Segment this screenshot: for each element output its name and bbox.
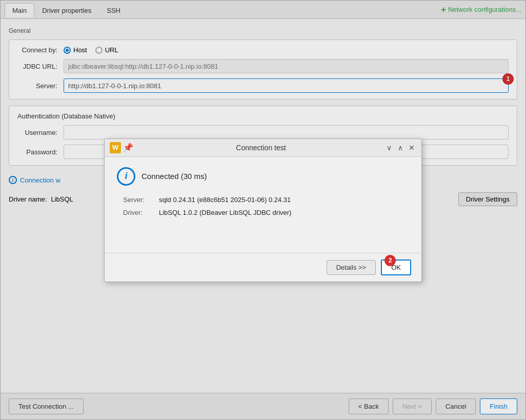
main-window: Main Driver properties SSH + Network con… <box>0 0 526 420</box>
modal-footer: Details >> OK 2 <box>105 253 421 282</box>
modal-close-button[interactable]: ✕ <box>407 143 416 152</box>
modal-driver-key: Driver: <box>123 209 159 216</box>
modal-server-value: sqld 0.24.31 (e88c6b51 2025-01-06) 0.24.… <box>159 196 291 204</box>
info-circle-icon: i <box>117 167 135 186</box>
modal-overlay: W 📌 Connection test ∨ ∧ ✕ i Connected (3… <box>0 0 526 420</box>
modal-title: Connection test <box>137 144 385 152</box>
modal-dialog: W 📌 Connection test ∨ ∧ ✕ i Connected (3… <box>104 138 422 282</box>
modal-content: i Connected (30 ms) Server: sqld 0.24.31… <box>105 157 421 253</box>
modal-maximize-button[interactable]: ∧ <box>396 143 405 152</box>
details-button[interactable]: Details >> <box>327 260 376 275</box>
modal-info-table: Server: sqld 0.24.31 (e88c6b51 2025-01-0… <box>123 196 409 216</box>
modal-minimize-button[interactable]: ∨ <box>385 143 394 152</box>
modal-driver-value: LibSQL 1.0.2 (DBeaver LibSQL JDBC driver… <box>159 209 291 216</box>
modal-titlebar: W 📌 Connection test ∨ ∧ ✕ <box>105 139 421 157</box>
modal-controls: ∨ ∧ ✕ <box>385 143 416 152</box>
modal-w-icon: W <box>110 142 121 153</box>
modal-server-row: Server: sqld 0.24.31 (e88c6b51 2025-01-0… <box>123 196 409 204</box>
modal-server-key: Server: <box>123 196 159 204</box>
connected-row: i Connected (30 ms) <box>117 167 409 186</box>
badge-2: 2 <box>385 255 396 266</box>
modal-pin-icon: 📌 <box>123 143 133 152</box>
modal-driver-row: Driver: LibSQL 1.0.2 (DBeaver LibSQL JDB… <box>123 209 409 216</box>
connected-text: Connected (30 ms) <box>141 172 207 181</box>
